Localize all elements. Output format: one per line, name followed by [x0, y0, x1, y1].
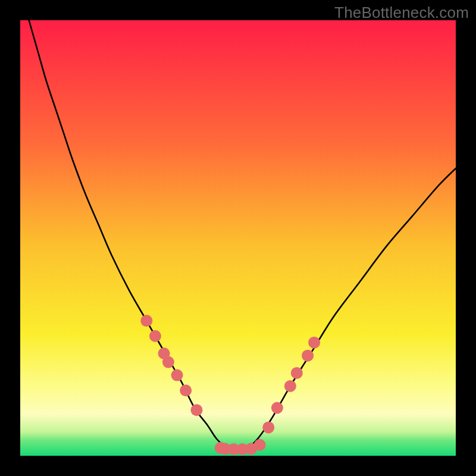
chart-plot — [20, 20, 456, 456]
dot-marker — [302, 350, 314, 362]
dot-marker — [271, 402, 283, 414]
dot-marker — [180, 384, 192, 396]
chart-frame: TheBottleneck.com — [0, 0, 476, 476]
dot-marker — [149, 330, 161, 342]
dot-marker — [308, 337, 320, 349]
dot-marker — [171, 369, 183, 381]
watermark-text: TheBottleneck.com — [334, 4, 469, 22]
gradient-background — [20, 20, 456, 456]
dot-marker — [262, 421, 274, 433]
dot-marker — [291, 367, 303, 379]
dot-marker — [284, 380, 296, 392]
dot-marker — [162, 356, 174, 368]
dot-marker — [254, 439, 266, 451]
dot-marker — [140, 315, 152, 327]
dot-marker — [190, 404, 202, 416]
